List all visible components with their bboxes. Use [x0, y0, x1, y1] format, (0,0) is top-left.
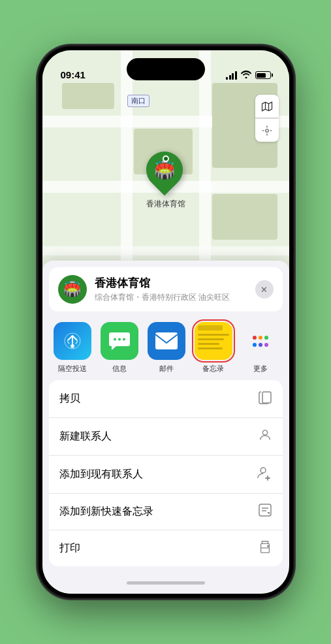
action-print[interactable]: 打印: [49, 530, 283, 566]
action-quick-note[interactable]: 添加到新快速备忘录: [49, 494, 283, 530]
svg-point-3: [114, 338, 116, 341]
share-mail[interactable]: 邮件: [143, 322, 190, 374]
action-copy[interactable]: 拷贝: [49, 380, 283, 418]
more-label: 更多: [253, 364, 268, 374]
location-pin: 🏟️ 香港体育馆: [146, 152, 185, 210]
svg-point-0: [265, 129, 268, 132]
pin-label: 香港体育馆: [146, 199, 185, 210]
airdrop-label: 隔空投送: [58, 364, 87, 374]
dynamic-island: [127, 58, 205, 80]
close-button[interactable]: ✕: [255, 280, 274, 298]
action-quick-note-label: 添加到新快速备忘录: [59, 505, 153, 519]
action-print-label: 打印: [59, 541, 80, 555]
location-card: 🏟️ 香港体育馆 综合体育馆・香港特别行政区 油尖旺区 ✕: [49, 267, 283, 312]
location-info: 香港体育馆 综合体育馆・香港特别行政区 油尖旺区: [95, 276, 255, 303]
svg-rect-12: [260, 548, 269, 553]
mail-icon: [148, 322, 185, 360]
more-icon: [242, 322, 279, 360]
wifi-icon: [241, 70, 251, 80]
svg-point-2: [71, 344, 74, 348]
person-add-icon: [257, 465, 272, 484]
share-row: 隔空投送 信息: [42, 315, 289, 380]
mail-label: 邮件: [159, 364, 174, 374]
notes-label: 备忘录: [202, 364, 224, 374]
location-venue-icon: 🏟️: [58, 275, 87, 304]
status-time: 09:41: [61, 69, 86, 80]
action-new-contact[interactable]: 新建联系人: [49, 418, 283, 456]
messages-icon: [101, 322, 138, 360]
person-icon: [258, 427, 272, 446]
map-label: 南口: [127, 95, 150, 107]
svg-point-8: [262, 430, 267, 435]
share-more[interactable]: 更多: [237, 322, 284, 374]
home-indicator: [42, 572, 289, 594]
action-add-contact[interactable]: 添加到现有联系人: [49, 456, 283, 494]
action-new-contact-label: 新建联系人: [59, 430, 112, 443]
messages-label: 信息: [112, 364, 127, 374]
copy-icon: [258, 389, 272, 408]
home-bar: [127, 581, 205, 585]
status-icons: [226, 70, 271, 80]
printer-icon: [258, 539, 272, 557]
svg-point-10: [260, 475, 266, 481]
svg-point-5: [123, 338, 125, 341]
phone-screen: 09:41: [42, 50, 289, 594]
action-list: 拷贝 新建联系人: [49, 380, 283, 566]
action-add-contact-label: 添加到现有联系人: [59, 468, 143, 481]
airdrop-icon: [54, 322, 91, 360]
svg-point-9: [260, 468, 266, 473]
signal-bars-icon: [226, 71, 237, 80]
map-controls: [255, 95, 279, 142]
svg-rect-7: [262, 392, 271, 403]
note-icon: [258, 503, 272, 521]
location-subtitle: 综合体育馆・香港特别行政区 油尖旺区: [95, 292, 255, 303]
svg-point-4: [118, 338, 121, 341]
location-name: 香港体育馆: [95, 276, 255, 291]
share-messages[interactable]: 信息: [96, 322, 143, 374]
share-notes[interactable]: 备忘录: [190, 322, 237, 374]
location-button[interactable]: [255, 118, 279, 142]
svg-point-13: [267, 545, 268, 547]
share-airdrop[interactable]: 隔空投送: [49, 322, 96, 374]
bottom-sheet: 🏟️ 香港体育馆 综合体育馆・香港特别行政区 油尖旺区 ✕: [42, 261, 289, 594]
action-copy-label: 拷贝: [59, 392, 80, 406]
notes-icon: [195, 322, 232, 360]
map-type-button[interactable]: [255, 95, 279, 118]
battery-icon: [255, 71, 271, 79]
phone-frame: 09:41: [39, 46, 293, 598]
svg-rect-6: [155, 332, 178, 349]
